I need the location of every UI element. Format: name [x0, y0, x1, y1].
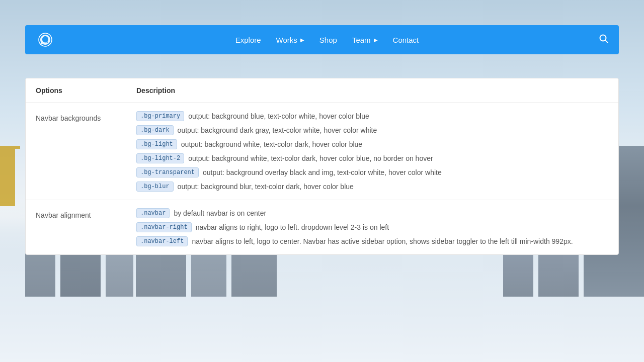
nav-item-works[interactable]: Works ▶ — [276, 36, 304, 44]
bg-light-row: .bg-light output: background white, text… — [136, 139, 608, 149]
table-row: Navbar alignment .navbar by default navb… — [26, 200, 618, 254]
bg-dark-tag: .bg-dark — [136, 125, 174, 135]
navbar-alignment-label: Navbar alignment — [26, 200, 126, 254]
navbar-left-tag: .navbar-left — [136, 236, 188, 246]
nav-item-explore[interactable]: Explore — [235, 36, 261, 44]
nav-item-contact[interactable]: Contact — [393, 36, 419, 44]
nav-item-team[interactable]: Team ▶ — [352, 36, 378, 44]
navbar: Explore Works ▶ Shop Team ▶ Contact — [25, 25, 619, 54]
table-header: Options Description — [26, 78, 618, 103]
navbar-nav: Explore Works ▶ Shop Team ▶ Contact — [235, 36, 419, 44]
navbar-alignment-content: .navbar by default navbar is on center .… — [126, 200, 618, 254]
navbar-tag: .navbar — [136, 208, 170, 218]
bg-transparent-row: .bg-transparent output: background overl… — [136, 167, 608, 177]
navbar-right-row: .navbar-right navbar aligns to right, lo… — [136, 222, 608, 232]
bg-primary-tag: .bg-primary — [136, 111, 184, 121]
options-column-header: Options — [26, 78, 126, 103]
bg-light-desc: output: background white, text-color dar… — [181, 140, 362, 148]
description-column-header: Description — [126, 78, 618, 103]
navbar-desc: by default navbar is on center — [174, 209, 266, 217]
navbar-backgrounds-content: .bg-primary output: background blue, tex… — [126, 103, 618, 200]
bg-transparent-tag: .bg-transparent — [136, 167, 199, 177]
bg-primary-desc: output: background blue, text-color whit… — [188, 112, 369, 120]
bg-transparent-desc: output: background overlay black and img… — [203, 168, 442, 176]
crane — [0, 146, 15, 206]
bg-light-2-desc: output: background white, text-color dar… — [188, 154, 433, 162]
navbar-right-desc: navbar aligns to right, logo to left. dr… — [196, 223, 389, 231]
bg-dark-row: .bg-dark output: background dark gray, t… — [136, 125, 608, 135]
bg-light-2-tag: .bg-light-2 — [136, 153, 184, 163]
search-icon[interactable] — [599, 34, 609, 46]
team-arrow-icon: ▶ — [374, 37, 378, 43]
bg-blur-desc: output: background blur, text-color dark… — [178, 183, 354, 191]
options-table: Options Description Navbar backgrounds .… — [25, 78, 619, 255]
bg-blur-tag: .bg-blur — [136, 182, 174, 192]
navbar-left-desc: navbar aligns to left, logo to center. N… — [192, 237, 573, 245]
nav-item-shop[interactable]: Shop — [319, 36, 337, 44]
works-arrow-icon: ▶ — [300, 37, 304, 43]
navbar-logo[interactable] — [35, 30, 55, 50]
bg-dark-desc: output: background dark gray, text-color… — [178, 126, 377, 134]
navbar-right-tag: .navbar-right — [136, 222, 192, 232]
bg-light-tag: .bg-light — [136, 139, 177, 149]
svg-line-2 — [605, 40, 608, 43]
navbar-left-row: .navbar-left navbar aligns to left, logo… — [136, 236, 608, 246]
navbar-tag-row: .navbar by default navbar is on center — [136, 208, 608, 218]
bg-primary-row: .bg-primary output: background blue, tex… — [136, 111, 608, 121]
bg-blur-row: .bg-blur output: background blur, text-c… — [136, 182, 608, 192]
navbar-backgrounds-label: Navbar backgrounds — [26, 103, 126, 200]
table-row: Navbar backgrounds .bg-primary output: b… — [26, 103, 618, 200]
bg-light-2-row: .bg-light-2 output: background white, te… — [136, 153, 608, 163]
